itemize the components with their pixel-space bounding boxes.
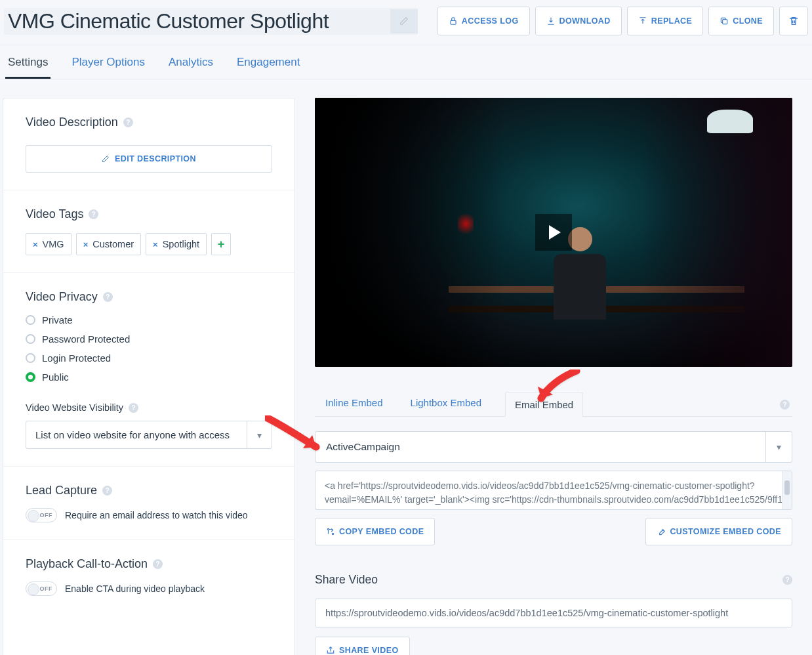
tab-player-options[interactable]: Player Options: [69, 45, 148, 79]
radio-icon: [26, 372, 35, 382]
replace-button[interactable]: REPLACE: [627, 7, 704, 35]
scrollbar[interactable]: [782, 471, 792, 509]
page-title: VMG Cinematic Customer Spotlight: [8, 9, 329, 33]
radio-label: Private: [42, 314, 73, 326]
remove-tag-icon[interactable]: ×: [83, 240, 89, 249]
clone-label: CLONE: [733, 16, 763, 26]
annotation-arrow: [265, 415, 321, 453]
radio-label: Login Protected: [42, 352, 111, 364]
radio-icon: [26, 353, 35, 363]
tag-item: ×VMG: [26, 233, 71, 255]
tab-analytics[interactable]: Analytics: [166, 45, 216, 79]
customize-embed-label: CUSTOMIZE EMBED CODE: [670, 527, 781, 536]
privacy-options: Private Password Protected Login Protect…: [26, 314, 272, 383]
lead-title: Lead Capture ?: [26, 484, 272, 497]
radio-label: Public: [42, 371, 69, 383]
video-thumbnail: [315, 98, 792, 367]
visibility-label: Video Website Visibility ?: [26, 402, 272, 413]
customize-embed-button[interactable]: CUSTOMIZE EMBED CODE: [645, 518, 792, 545]
cta-title-text: Playback Call-to-Action: [26, 557, 148, 571]
add-tag-button[interactable]: +: [211, 233, 231, 255]
privacy-title-text: Video Privacy: [26, 290, 98, 304]
help-icon[interactable]: ?: [103, 292, 113, 302]
help-icon[interactable]: ?: [102, 486, 112, 496]
svg-point-2: [327, 528, 329, 530]
tags-title: Video Tags ?: [26, 207, 272, 221]
page-header: VMG Cinematic Customer Spotlight ACCESS …: [0, 0, 812, 45]
copy-embed-label: COPY EMBED CODE: [339, 527, 424, 536]
section-cta: Playback Call-to-Action ? OFF Enable CTA…: [3, 540, 294, 602]
share-title: Share Video ?: [315, 573, 792, 587]
edit-description-label: EDIT DESCRIPTION: [115, 154, 196, 163]
main-tabs: Settings Player Options Analytics Engage…: [0, 45, 812, 79]
share-title-text: Share Video: [315, 573, 378, 587]
section-tags: Video Tags ? ×VMG ×Customer ×Spotlight +: [3, 190, 294, 273]
help-icon[interactable]: ?: [153, 559, 163, 569]
lead-title-text: Lead Capture: [26, 484, 97, 497]
edit-description-button[interactable]: EDIT DESCRIPTION: [26, 145, 272, 173]
section-description: Video Description ? EDIT DESCRIPTION: [3, 98, 294, 190]
embed-code-text: <a href='https://sproutvideodemo.vids.io…: [325, 480, 782, 505]
settings-panel: Video Description ? EDIT DESCRIPTION Vid…: [3, 98, 295, 655]
tags-title-text: Video Tags: [26, 207, 83, 221]
help-icon[interactable]: ?: [782, 575, 792, 585]
tag-label: VMG: [43, 239, 64, 249]
tab-engagement[interactable]: Engagement: [234, 45, 302, 79]
title-wrap: VMG Cinematic Customer Spotlight: [4, 8, 418, 35]
cta-toggle-label: Enable CTA during video playback: [65, 583, 205, 594]
cta-toggle-row: OFF Enable CTA during video playback: [26, 581, 272, 596]
lead-toggle-label: Require an email address to watch this v…: [65, 510, 248, 520]
help-icon[interactable]: ?: [780, 400, 790, 410]
privacy-option-private[interactable]: Private: [26, 314, 272, 326]
description-title: Video Description ?: [26, 116, 272, 129]
clone-button[interactable]: CLONE: [708, 7, 774, 35]
provider-value: ActiveCampaign: [315, 432, 765, 462]
download-label: DOWNLOAD: [559, 16, 611, 26]
help-icon[interactable]: ?: [123, 117, 133, 127]
section-lead-capture: Lead Capture ? OFF Require an email addr…: [3, 467, 294, 540]
toggle-state: OFF: [40, 512, 53, 518]
copy-embed-button[interactable]: COPY EMBED CODE: [315, 518, 435, 545]
radio-icon: [26, 315, 35, 325]
remove-tag-icon[interactable]: ×: [153, 240, 158, 249]
tag-label: Spotlight: [163, 239, 199, 249]
radio-icon: [26, 334, 35, 344]
share-url-input[interactable]: https://sproutvideodemo.vids.io/videos/a…: [315, 599, 792, 627]
content-area: Video Description ? EDIT DESCRIPTION Vid…: [0, 79, 812, 655]
tag-label: Customer: [92, 239, 134, 249]
remove-tag-icon[interactable]: ×: [33, 240, 38, 249]
privacy-option-public[interactable]: Public: [26, 371, 272, 383]
header-actions: ACCESS LOG DOWNLOAD REPLACE CLONE: [418, 7, 808, 35]
chevron-down-icon: ▾: [765, 432, 792, 462]
visibility-select[interactable]: List on video website for anyone with ac…: [26, 421, 272, 449]
toggle-state: OFF: [40, 585, 53, 592]
cta-title: Playback Call-to-Action ?: [26, 557, 272, 571]
tab-settings[interactable]: Settings: [5, 45, 51, 79]
embed-provider-select[interactable]: ActiveCampaign ▾: [315, 431, 792, 463]
svg-rect-0: [451, 20, 456, 24]
access-log-label: ACCESS LOG: [462, 16, 519, 26]
access-log-button[interactable]: ACCESS LOG: [437, 7, 530, 35]
description-title-text: Video Description: [26, 116, 118, 129]
tag-item: ×Spotlight: [146, 233, 207, 255]
lead-toggle[interactable]: OFF: [26, 508, 57, 522]
visibility-label-text: Video Website Visibility: [26, 402, 123, 413]
lead-toggle-row: OFF Require an email address to watch th…: [26, 508, 272, 522]
help-icon[interactable]: ?: [89, 209, 98, 219]
share-video-button[interactable]: SHARE VIDEO: [315, 637, 410, 656]
download-button[interactable]: DOWNLOAD: [535, 7, 622, 35]
embed-code-box[interactable]: <a href='https://sproutvideodemo.vids.io…: [315, 471, 792, 510]
privacy-option-password[interactable]: Password Protected: [26, 333, 272, 345]
help-icon[interactable]: ?: [129, 403, 138, 413]
embed-tab-inline[interactable]: Inline Embed: [321, 389, 387, 416]
replace-label: REPLACE: [651, 16, 693, 26]
code-actions: COPY EMBED CODE CUSTOMIZE EMBED CODE: [315, 518, 792, 545]
share-video-label: SHARE VIDEO: [339, 646, 399, 655]
edit-title-icon[interactable]: [390, 9, 418, 33]
privacy-option-login[interactable]: Login Protected: [26, 352, 272, 364]
play-button[interactable]: [535, 214, 572, 251]
radio-label: Password Protected: [42, 333, 130, 345]
embed-tab-lightbox[interactable]: Lightbox Embed: [407, 389, 485, 416]
cta-toggle[interactable]: OFF: [26, 581, 57, 596]
delete-button[interactable]: [779, 7, 808, 35]
